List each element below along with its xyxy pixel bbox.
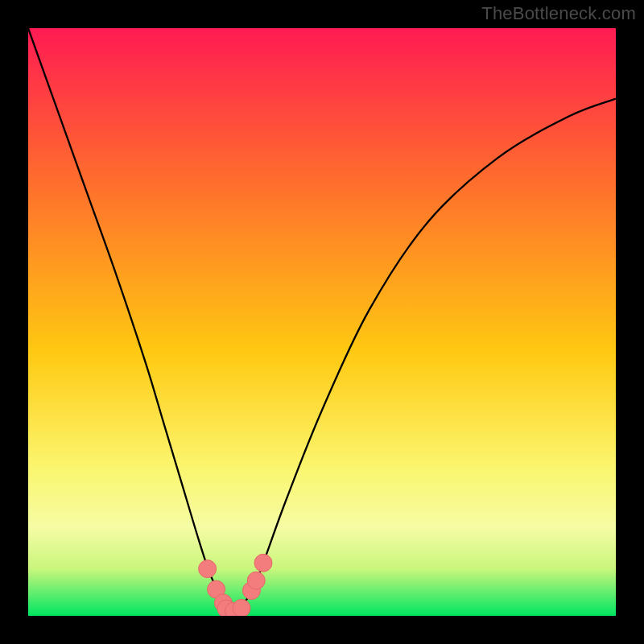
chart-background <box>28 28 616 616</box>
marker-point <box>254 554 272 572</box>
attribution-text: TheBottleneck.com <box>481 3 636 24</box>
bottleneck-chart <box>28 28 616 616</box>
marker-point <box>199 560 217 578</box>
marker-point <box>233 600 250 616</box>
marker-point <box>247 572 265 589</box>
chart-svg <box>28 28 616 616</box>
